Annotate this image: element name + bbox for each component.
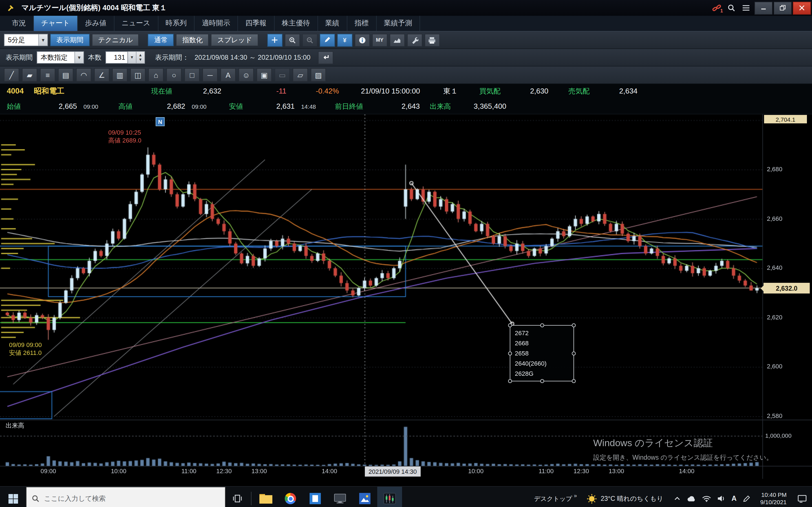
rectangle-tool-button[interactable]: □: [185, 68, 200, 82]
yen-price-icon[interactable]: ¥: [337, 34, 352, 47]
indexed-mode-button[interactable]: 指数化: [176, 34, 209, 46]
news-marker[interactable]: N: [156, 117, 165, 126]
polygon-tool-button[interactable]: ⌂: [148, 68, 163, 82]
open-price: 2,665: [59, 99, 77, 114]
spread-mode-button[interactable]: スプレッド: [211, 34, 258, 46]
tab-chart[interactable]: チャート: [34, 16, 78, 31]
x-axis-label: 09:00: [41, 467, 56, 474]
wifi-icon[interactable]: [702, 495, 711, 502]
trend-angle-tool-button[interactable]: ∠: [94, 68, 109, 82]
icon-stamp-tool-button[interactable]: ☺: [239, 68, 254, 82]
window-title: マルチツール(個別銘柄) 4004 昭和電工 東１: [21, 3, 167, 13]
tab-earnings[interactable]: 業績: [318, 16, 347, 31]
zoom-out-icon[interactable]: [302, 34, 317, 47]
bar-count-stepper[interactable]: 131 ▼ ▲▼: [105, 51, 145, 64]
fib-retracement-tool-button[interactable]: ≡: [40, 68, 55, 82]
ellipse-tool-button[interactable]: ○: [166, 68, 182, 82]
ime-indicator[interactable]: A: [732, 495, 737, 503]
date-text: 9/10/2021: [760, 499, 786, 506]
tab-timeseries[interactable]: 時系列: [158, 16, 195, 31]
ask-price: 2,634: [619, 84, 638, 99]
text-tool-button[interactable]: A: [220, 68, 236, 82]
display-period-button[interactable]: 表示期間: [50, 34, 90, 46]
taskbar-app-file-explorer[interactable]: [253, 487, 278, 507]
taskbar-app-remote-display[interactable]: [327, 487, 352, 507]
x-axis-label: 13:00: [609, 467, 624, 474]
tab-yutai[interactable]: 株主優待: [274, 16, 318, 31]
tab-indicator[interactable]: 指標: [347, 16, 376, 31]
period-label: 表示期間: [6, 53, 33, 62]
settings-wrench-icon[interactable]: [407, 34, 422, 47]
high-price: 2,682: [167, 99, 185, 114]
marker-pen-tool-button[interactable]: ▰: [22, 68, 37, 82]
fib-arc-tool-button[interactable]: ◠: [76, 68, 91, 82]
interval-dropdown[interactable]: 5分足 ▼: [4, 34, 48, 46]
print-icon[interactable]: [424, 34, 440, 47]
info-icon[interactable]: [355, 34, 370, 47]
vertical-lines-tool-button[interactable]: ▥: [112, 68, 128, 82]
quote-row-primary: 4004 昭和電工 現在値 2,632 -11 -0.42% 21/09/10 …: [0, 84, 812, 99]
y-axis-label: 2,640: [767, 264, 782, 271]
restore-button[interactable]: [774, 1, 792, 14]
taskbar-clock[interactable]: 10:40 PM 9/10/2021: [755, 491, 792, 506]
bid-label: 買気配: [479, 84, 500, 99]
cloud-icon[interactable]: [687, 496, 696, 502]
reset-return-icon[interactable]: [318, 51, 333, 64]
chart-toolbar: 5分足 ▼ 表示期間 テクニカル 通常 指数化 スプレッド ¥ MY: [0, 32, 812, 49]
tab-market[interactable]: 市況: [4, 16, 34, 31]
interval-value: 5分足: [4, 35, 38, 45]
technical-button[interactable]: テクニカル: [92, 34, 139, 46]
normal-mode-button[interactable]: 通常: [148, 34, 174, 46]
diagonal-line-tool-button[interactable]: ╱: [4, 68, 19, 82]
horizontal-line-tool-button[interactable]: ─: [202, 68, 218, 82]
stepper-arrows[interactable]: ▲▼: [137, 51, 145, 64]
weather-widget[interactable]: 23°C 晴れのちくもり: [581, 494, 669, 503]
count-mode-dropdown[interactable]: 本数指定 ▼: [37, 51, 84, 64]
drawn-callout-box[interactable]: 2672266826582640(2660)2628G: [510, 325, 574, 381]
zoom-in-icon[interactable]: [285, 34, 300, 47]
eraser-tool-button[interactable]: ▱: [293, 68, 308, 82]
clear-all-tool-button[interactable]: ▨: [311, 68, 326, 82]
speaker-icon[interactable]: [718, 495, 725, 502]
taskbar-search-input[interactable]: ここに入力して検索: [26, 487, 225, 507]
tab-shikiho[interactable]: 四季報: [238, 16, 274, 31]
taskbar-app-chrome[interactable]: [278, 487, 303, 507]
taskbar-app-trading-tool-active[interactable]: [377, 487, 402, 507]
crosshair-add-icon[interactable]: [267, 34, 283, 47]
search-icon[interactable]: [724, 2, 739, 14]
gann-lines-tool-button[interactable]: ▤: [58, 68, 73, 82]
hidden-icons-chevron[interactable]: [674, 496, 681, 501]
close-button[interactable]: [793, 1, 811, 14]
callout-line: 2640(2660): [515, 358, 569, 369]
pen-icon[interactable]: [743, 495, 750, 502]
copy-object-tool-button[interactable]: ▣: [257, 68, 272, 82]
ask-label: 売気配: [568, 84, 590, 99]
chevron-down-icon[interactable]: ▼: [128, 51, 137, 64]
desktop-toolbar[interactable]: デスクトップ »: [529, 487, 581, 507]
high-label: 高値: [118, 99, 133, 114]
tab-forecast[interactable]: 業績予測: [376, 16, 420, 31]
parallel-lines-tool-button[interactable]: ◫: [130, 68, 146, 82]
select-object-tool-button[interactable]: ▭: [274, 68, 290, 82]
taskbar-app-document[interactable]: [303, 487, 327, 507]
action-center-button[interactable]: [792, 487, 812, 507]
tab-news[interactable]: ニュース: [114, 16, 158, 31]
my-chart-button[interactable]: MY: [372, 34, 388, 47]
minimize-button[interactable]: [755, 1, 772, 14]
taskbar-app-photos[interactable]: [352, 487, 377, 507]
link-icon[interactable]: 1: [709, 2, 724, 14]
area-chart-icon[interactable]: [390, 34, 405, 47]
start-button[interactable]: [0, 487, 26, 507]
tab-ayumine[interactable]: 歩み値: [78, 16, 114, 31]
chevron-down-icon: ▼: [74, 52, 84, 63]
low-label: 安値: [229, 99, 243, 114]
volume-value: 3,365,400: [474, 99, 506, 114]
menu-icon[interactable]: [739, 2, 753, 14]
bar-count-value[interactable]: 131: [105, 51, 128, 64]
pencil-draw-icon[interactable]: [320, 34, 335, 47]
tab-disclosure[interactable]: 適時開示: [195, 16, 238, 31]
app-window: マルチツール(個別銘柄) 4004 昭和電工 東１ 1 市況チャート歩み値ニュー…: [0, 0, 812, 507]
task-view-button[interactable]: [225, 487, 249, 507]
x-axis-label: 14:00: [679, 467, 695, 474]
price-chart-canvas[interactable]: [0, 114, 812, 486]
